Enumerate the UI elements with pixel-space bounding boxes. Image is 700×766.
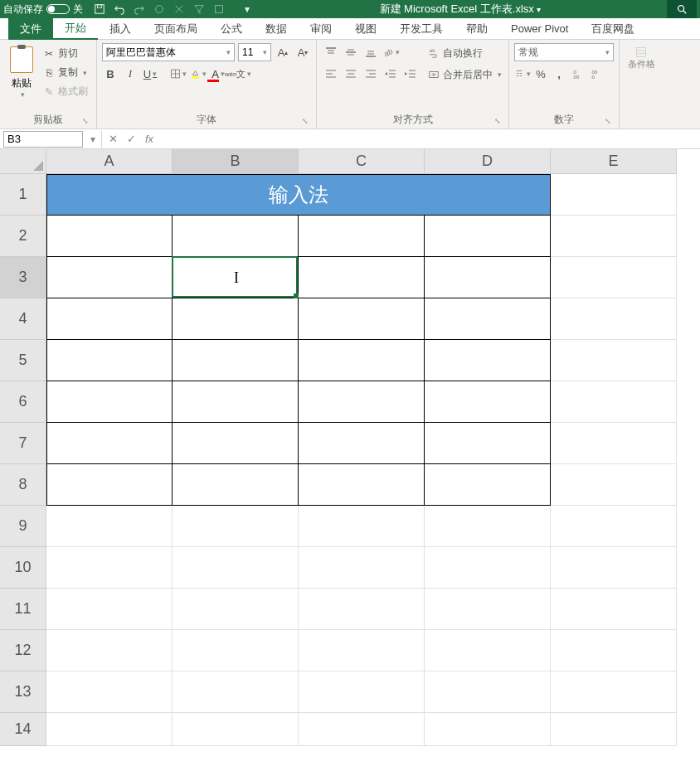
bold-button[interactable]: B bbox=[102, 65, 119, 83]
cell-D12[interactable] bbox=[425, 630, 551, 671]
cell-B12[interactable] bbox=[173, 630, 299, 671]
number-format-select[interactable]: 常规▾ bbox=[514, 43, 614, 61]
cell-E3[interactable] bbox=[551, 257, 677, 298]
align-left-icon[interactable] bbox=[322, 65, 340, 83]
row-head-12[interactable]: 12 bbox=[0, 630, 46, 671]
align-right-icon[interactable] bbox=[362, 65, 380, 83]
decrease-indent-icon[interactable] bbox=[382, 65, 400, 83]
cell-D9[interactable] bbox=[425, 506, 551, 547]
row-head-2[interactable]: 2 bbox=[0, 216, 46, 257]
column-head-B[interactable]: B bbox=[173, 149, 299, 174]
tab-home[interactable]: 开始 bbox=[53, 18, 98, 40]
cell-C8[interactable] bbox=[299, 464, 425, 506]
cell-B6[interactable] bbox=[173, 381, 299, 423]
row-head-11[interactable]: 11 bbox=[0, 589, 46, 630]
fx-icon[interactable]: fx bbox=[140, 131, 158, 148]
cell-E6[interactable] bbox=[551, 381, 677, 423]
redo-icon[interactable] bbox=[133, 2, 146, 16]
cell-E12[interactable] bbox=[551, 630, 677, 671]
cell-E1[interactable] bbox=[551, 174, 677, 216]
tab-formulas[interactable]: 公式 bbox=[209, 18, 254, 40]
cell-D3[interactable] bbox=[425, 257, 551, 298]
cell-B14[interactable] bbox=[173, 713, 299, 746]
cell-C13[interactable] bbox=[299, 671, 425, 713]
cell-E2[interactable] bbox=[551, 216, 677, 257]
tab-data[interactable]: 数据 bbox=[254, 18, 299, 40]
cell-C5[interactable] bbox=[299, 340, 425, 381]
increase-decimal-icon[interactable]: .0.00 bbox=[569, 65, 586, 83]
cell-C9[interactable] bbox=[299, 506, 425, 547]
format-painter-button[interactable]: ✎格式刷 bbox=[40, 83, 91, 100]
cell-C3[interactable] bbox=[299, 257, 425, 298]
cell-B2[interactable] bbox=[173, 216, 299, 257]
row-head-4[interactable]: 4 bbox=[0, 298, 46, 340]
cell-C2[interactable] bbox=[299, 216, 425, 257]
cell-B9[interactable] bbox=[173, 506, 299, 547]
column-head-C[interactable]: C bbox=[299, 149, 425, 174]
comma-format-icon[interactable]: , bbox=[551, 65, 567, 83]
qat-dropdown-icon[interactable]: ▾ bbox=[241, 2, 254, 16]
cell-A11[interactable] bbox=[46, 589, 173, 630]
cell-E5[interactable] bbox=[551, 340, 677, 381]
cancel-formula-icon[interactable]: ✕ bbox=[104, 131, 122, 148]
dialog-launcher-icon[interactable]: ⤡ bbox=[81, 117, 90, 125]
row-head-9[interactable]: 9 bbox=[0, 506, 46, 547]
cell-A14[interactable] bbox=[46, 713, 173, 746]
increase-indent-icon[interactable] bbox=[401, 65, 420, 83]
underline-button[interactable]: U▾ bbox=[142, 65, 158, 83]
tab-review[interactable]: 审阅 bbox=[299, 18, 343, 40]
tab-powerpivot[interactable]: Power Pivot bbox=[499, 18, 580, 40]
increase-font-icon[interactable]: A▴ bbox=[275, 43, 291, 61]
cell-C14[interactable] bbox=[299, 713, 425, 746]
cell-D8[interactable] bbox=[425, 464, 551, 506]
row-head-6[interactable]: 6 bbox=[0, 381, 46, 423]
cut-button[interactable]: ✂剪切 bbox=[40, 45, 91, 62]
enter-formula-icon[interactable]: ✓ bbox=[122, 131, 140, 148]
orientation-icon[interactable]: ab▾ bbox=[382, 43, 400, 61]
filter-icon[interactable] bbox=[192, 2, 206, 16]
cell-E7[interactable] bbox=[551, 423, 677, 464]
row-head-8[interactable]: 8 bbox=[0, 464, 46, 506]
cell-B7[interactable] bbox=[173, 423, 299, 464]
dialog-launcher-icon[interactable]: ⤡ bbox=[301, 117, 309, 125]
cell-A5[interactable] bbox=[46, 340, 173, 381]
tab-insert[interactable]: 插入 bbox=[98, 18, 143, 40]
cell-B11[interactable] bbox=[173, 589, 299, 630]
dialog-launcher-icon[interactable]: ⤡ bbox=[493, 117, 502, 125]
cell-E9[interactable] bbox=[551, 506, 677, 547]
wrap-text-button[interactable]: ab自动换行 bbox=[426, 43, 503, 63]
column-head-E[interactable]: E bbox=[551, 149, 677, 174]
tab-page-layout[interactable]: 页面布局 bbox=[143, 18, 209, 40]
cell-A6[interactable] bbox=[46, 381, 173, 423]
row-head-7[interactable]: 7 bbox=[0, 423, 46, 464]
qat-icon-3[interactable] bbox=[212, 2, 226, 16]
cell-C11[interactable] bbox=[299, 589, 425, 630]
dialog-launcher-icon[interactable]: ⤡ bbox=[604, 117, 612, 125]
cell-D5[interactable] bbox=[425, 340, 551, 381]
column-head-D[interactable]: D bbox=[425, 149, 551, 174]
select-all-corner[interactable] bbox=[0, 149, 46, 174]
cell-B10[interactable] bbox=[173, 547, 299, 589]
row-head-13[interactable]: 13 bbox=[0, 671, 46, 713]
cell-E8[interactable] bbox=[551, 464, 677, 506]
copy-button[interactable]: ⎘复制▾ bbox=[40, 64, 91, 81]
cell-A3[interactable] bbox=[46, 257, 173, 298]
cell-C7[interactable] bbox=[299, 423, 425, 464]
cell-D6[interactable] bbox=[425, 381, 551, 423]
cell-D4[interactable] bbox=[425, 298, 551, 340]
qat-icon-1[interactable] bbox=[153, 2, 166, 16]
cell-E14[interactable] bbox=[551, 713, 677, 746]
autosave-toggle[interactable]: 自动保存 关 bbox=[3, 2, 83, 17]
column-head-A[interactable]: A bbox=[46, 149, 173, 174]
cell-C6[interactable] bbox=[299, 381, 425, 423]
cell-E4[interactable] bbox=[551, 298, 677, 340]
cell-D10[interactable] bbox=[425, 547, 551, 589]
cell-D13[interactable] bbox=[425, 671, 551, 713]
cell-D2[interactable] bbox=[425, 216, 551, 257]
cell-C10[interactable] bbox=[299, 547, 425, 589]
tab-view[interactable]: 视图 bbox=[343, 18, 388, 40]
accounting-format-icon[interactable]: ☶▾ bbox=[514, 65, 531, 83]
cell-D14[interactable] bbox=[425, 713, 551, 746]
cell-B8[interactable] bbox=[173, 464, 299, 506]
cell-E11[interactable] bbox=[551, 589, 677, 630]
